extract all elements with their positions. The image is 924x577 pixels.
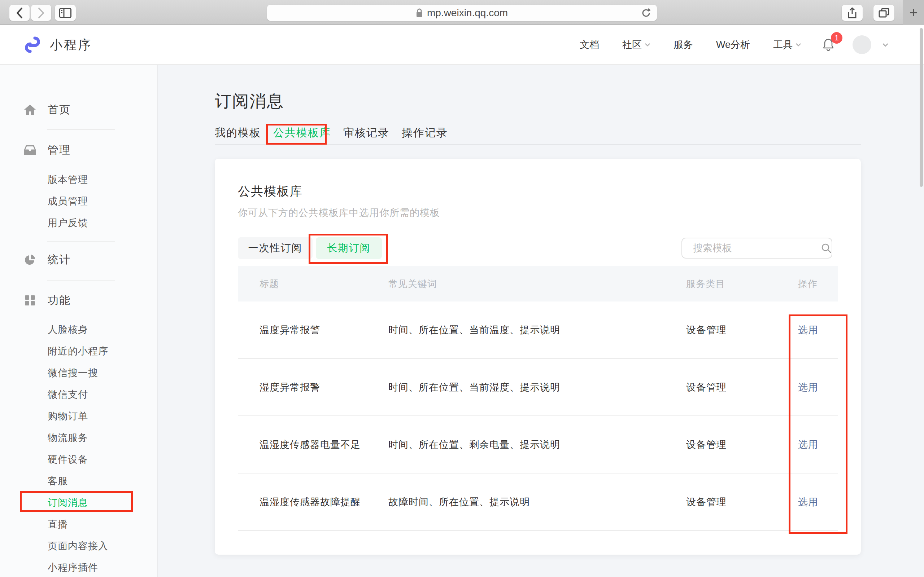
magnifier-icon[interactable] — [821, 243, 832, 253]
sidebar-item-page-content[interactable]: 页面内容接入 — [0, 535, 157, 557]
sidebar-item-wechat-search[interactable]: 微信搜一搜 — [0, 362, 157, 384]
sidebar-item-hardware[interactable]: 硬件设备 — [0, 449, 157, 470]
template-title: 温湿度传感器故障提醒 — [260, 474, 360, 531]
sidebar-item-home[interactable]: 首页 — [0, 99, 157, 121]
sidebar-item-member-manage[interactable]: 成员管理 — [0, 190, 157, 212]
sidebar-item-wechat-pay[interactable]: 微信支付 — [0, 384, 157, 405]
notification-badge: 1 — [831, 32, 842, 44]
select-template-link[interactable]: 选用 — [798, 416, 818, 474]
reload-icon — [641, 8, 651, 18]
table-row: 温湿度传感器故障提醒 故障时间、所在位置、提示说明 设备管理 选用 — [238, 474, 838, 531]
share-button[interactable] — [842, 5, 863, 21]
plus-icon: + — [909, 5, 918, 21]
tab-review-records[interactable]: 审核记录 — [343, 126, 389, 140]
tab-public-template-library[interactable]: 公共模板库 — [273, 126, 331, 140]
reload-button[interactable] — [641, 8, 651, 19]
template-title: 温湿度传感器电量不足 — [260, 416, 360, 474]
sidebar: 首页 管理 版本管理 成员管理 用户反馈 统计 功能 人脸核身 附近的小程序 微… — [0, 65, 158, 577]
logo[interactable]: 小程序 — [23, 35, 92, 54]
template-keywords: 时间、所在位置、剩余电量、提示说明 — [388, 416, 560, 474]
col-header-keywords: 常见关键词 — [388, 266, 437, 301]
tab-operation-records[interactable]: 操作记录 — [402, 126, 448, 140]
tab-bar: 我的模板 公共模板库 审核记录 操作记录 — [215, 122, 448, 143]
template-keywords: 故障时间、所在位置、提示说明 — [388, 474, 530, 531]
pie-chart-icon — [24, 254, 36, 266]
logo-text: 小程序 — [50, 36, 92, 53]
toggle-one-time-subscribe[interactable]: 一次性订阅 — [238, 237, 313, 259]
sidebar-item-manage[interactable]: 管理 — [0, 139, 157, 161]
sidebar-item-version-manage[interactable]: 版本管理 — [0, 169, 157, 190]
sidebar-item-live[interactable]: 直播 — [0, 514, 157, 535]
toggle-long-term-subscribe[interactable]: 长期订阅 — [316, 237, 382, 259]
card-title: 公共模板库 — [238, 183, 303, 200]
divider — [47, 280, 115, 280]
table-row: 湿度异常报警 时间、所在位置、当前湿度、提示说明 设备管理 选用 — [238, 359, 838, 416]
nav-services[interactable]: 服务 — [674, 38, 693, 51]
sidebar-item-features[interactable]: 功能 — [0, 290, 157, 311]
tab-overview-button[interactable] — [874, 5, 894, 21]
card-subtitle: 你可从下方的公共模板库中选用你所需的模板 — [238, 206, 440, 219]
header-nav: 文档 社区 服务 We分析 工具 1 — [580, 35, 924, 54]
nav-tools[interactable]: 工具 — [773, 38, 801, 51]
divider — [47, 241, 115, 242]
url-text: mp.weixin.qq.com — [427, 7, 508, 19]
nav-docs[interactable]: 文档 — [580, 38, 599, 51]
divider — [47, 129, 115, 130]
template-keywords: 时间、所在位置、当前温度、提示说明 — [388, 301, 560, 359]
miniprogram-logo — [23, 35, 42, 54]
new-tab-button[interactable]: + — [903, 0, 924, 25]
back-button[interactable] — [10, 5, 30, 21]
sidebar-item-statistics[interactable]: 统计 — [0, 249, 157, 271]
app-header: 小程序 文档 社区 服务 We分析 工具 1 — [0, 25, 924, 65]
tray-icon — [24, 145, 36, 155]
select-template-link[interactable]: 选用 — [798, 474, 818, 531]
forward-button[interactable] — [31, 5, 51, 21]
tab-my-templates[interactable]: 我的模板 — [215, 126, 261, 140]
sidebar-item-user-feedback[interactable]: 用户反馈 — [0, 212, 157, 234]
nav-we-analytics[interactable]: We分析 — [716, 38, 750, 51]
share-icon — [848, 7, 857, 19]
table-row: 温度异常报警 时间、所在位置、当前温度、提示说明 设备管理 选用 — [238, 301, 838, 359]
grid-icon — [24, 295, 36, 306]
sidebar-toggle-icon — [59, 8, 71, 18]
select-template-link[interactable]: 选用 — [798, 359, 818, 416]
template-table: 标题 常见关键词 服务类目 操作 温度异常报警 时间、所在位置、当前温度、提示说… — [238, 266, 838, 531]
sidebar-item-logistics[interactable]: 物流服务 — [0, 427, 157, 449]
table-header-row: 标题 常见关键词 服务类目 操作 — [238, 266, 838, 301]
notifications-button[interactable]: 1 — [822, 38, 835, 52]
sidebar-item-customer-service[interactable]: 客服 — [0, 470, 157, 492]
nav-community[interactable]: 社区 — [622, 38, 650, 51]
sidebar-item-face-verify[interactable]: 人脸核身 — [0, 319, 157, 340]
template-category: 设备管理 — [686, 301, 727, 359]
chevron-down-icon — [645, 43, 650, 47]
table-row: 温湿度传感器电量不足 时间、所在位置、剩余电量、提示说明 设备管理 选用 — [238, 416, 838, 474]
col-header-action: 操作 — [798, 266, 817, 301]
public-template-card: 公共模板库 你可从下方的公共模板库中选用你所需的模板 一次性订阅 长期订阅 标题… — [215, 159, 861, 554]
template-title: 湿度异常报警 — [260, 359, 320, 416]
sidebar-item-shopping-orders[interactable]: 购物订单 — [0, 405, 157, 427]
lock-icon — [416, 8, 423, 18]
url-bar[interactable]: mp.weixin.qq.com — [267, 5, 657, 21]
template-category: 设备管理 — [686, 416, 727, 474]
sidebar-item-miniprogram-plugin[interactable]: 小程序插件 — [0, 557, 157, 577]
account-chevron-down-icon[interactable] — [882, 43, 888, 47]
template-category: 设备管理 — [686, 474, 727, 531]
page-title: 订阅消息 — [215, 90, 284, 113]
col-header-category: 服务类目 — [686, 266, 725, 301]
avatar[interactable] — [853, 35, 871, 54]
tab-overview-icon — [879, 8, 889, 18]
page-scrollbar[interactable] — [920, 28, 923, 187]
sidebar-item-nearby-miniprogram[interactable]: 附近的小程序 — [0, 340, 157, 362]
chevron-down-icon — [795, 43, 801, 47]
template-category: 设备管理 — [686, 359, 727, 416]
search-box — [682, 238, 832, 259]
sidebar-item-subscribe-message[interactable]: 订阅消息 — [0, 492, 157, 514]
template-keywords: 时间、所在位置、当前湿度、提示说明 — [388, 359, 560, 416]
select-template-link[interactable]: 选用 — [798, 301, 818, 359]
browser-toolbar: mp.weixin.qq.com + — [0, 0, 924, 25]
template-title: 温度异常报警 — [260, 301, 320, 359]
sidebar-toggle-button[interactable] — [55, 5, 76, 21]
back-icon — [16, 7, 23, 19]
search-input[interactable] — [693, 243, 821, 254]
main-content: 订阅消息 我的模板 公共模板库 审核记录 操作记录 公共模板库 你可从下方的公共… — [158, 65, 924, 577]
